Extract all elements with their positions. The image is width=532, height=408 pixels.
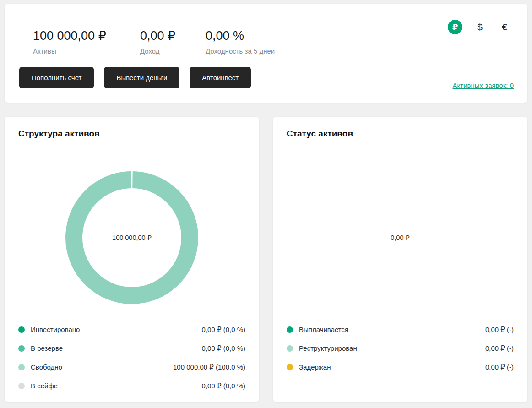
active-requests-link[interactable]: Активных заявок: 0: [453, 82, 514, 89]
asset-structure-title: Структура активов: [18, 129, 245, 139]
legend-item-free[interactable]: Свободно 100 000,00 ₽ (100,0 %): [18, 358, 245, 376]
asset-status-chart-area: 0,00 ₽: [273, 150, 527, 320]
actions-row: Пополнить счет Вывести деньги Автоинвест: [19, 67, 251, 88]
stat-assets: 100 000,00 ₽ Активы: [33, 28, 106, 55]
legend-dot-paying: [287, 326, 293, 333]
legend-item-restructured[interactable]: Реструктурирован 0,00 ₽ (-): [287, 339, 514, 358]
assets-label: Активы: [33, 47, 106, 55]
legend-label: Выплачивается: [299, 326, 348, 333]
yield-value: 0,00 %: [206, 28, 275, 43]
legend-value: 0,00 ₽ (0,0 %): [202, 344, 245, 353]
legend-label: В резерве: [31, 344, 63, 352]
asset-status-legend: Выплачивается 0,00 ₽ (-) Реструктурирова…: [287, 320, 514, 376]
asset-structure-header: Структура активов: [5, 117, 259, 150]
legend-dot-free: [18, 364, 25, 370]
autoinvest-button[interactable]: Автоинвест: [190, 67, 251, 88]
asset-structure-legend: Инвестировано 0,00 ₽ (0,0 %) В резерве 0…: [18, 320, 245, 395]
income-label: Доход: [140, 47, 175, 55]
legend-dot-reserve: [18, 345, 25, 352]
portfolio-dashboard: 100 000,00 ₽ Активы 0,00 ₽ Доход 0,00 % …: [0, 0, 532, 408]
currency-switcher: ₽ $ €: [448, 20, 512, 34]
summary-card: 100 000,00 ₽ Активы 0,00 ₽ Доход 0,00 % …: [5, 4, 527, 103]
deposit-button[interactable]: Пополнить счет: [19, 67, 94, 88]
currency-eur-icon[interactable]: €: [497, 20, 512, 34]
asset-structure-card: Структура активов 100 000,00 ₽ Инвестиро…: [5, 117, 259, 402]
legend-dot-invested: [18, 326, 25, 333]
legend-value: 0,00 ₽ (-): [485, 363, 514, 371]
legend-item-paying[interactable]: Выплачивается 0,00 ₽ (-): [287, 320, 514, 339]
legend-value: 100 000,00 ₽ (100,0 %): [173, 363, 245, 371]
legend-value: 0,00 ₽ (0,0 %): [202, 326, 245, 334]
legend-item-safe[interactable]: В сейфе 0,00 ₽ (0,0 %): [18, 376, 245, 395]
currency-usd-icon[interactable]: $: [472, 20, 487, 34]
donut-center-label: 100 000,00 ₽: [5, 234, 259, 241]
stat-income: 0,00 ₽ Доход: [140, 28, 175, 55]
legend-label: Реструктурирован: [299, 344, 357, 352]
status-center-label: 0,00 ₽: [273, 234, 527, 241]
legend-label: Инвестировано: [31, 326, 80, 333]
income-value: 0,00 ₽: [140, 28, 175, 43]
currency-rub-icon[interactable]: ₽: [448, 20, 462, 34]
legend-dot-safe: [18, 383, 25, 389]
legend-value: 0,00 ₽ (0,0 %): [202, 382, 245, 390]
legend-value: 0,00 ₽ (-): [485, 326, 514, 334]
stat-yield: 0,00 % Доходность за 5 дней: [206, 28, 275, 55]
legend-dot-restructured: [287, 345, 293, 352]
legend-dot-delayed: [287, 364, 293, 370]
yield-label: Доходность за 5 дней: [206, 47, 275, 55]
assets-value: 100 000,00 ₽: [33, 28, 106, 43]
legend-item-invested[interactable]: Инвестировано 0,00 ₽ (0,0 %): [18, 320, 245, 339]
withdraw-button[interactable]: Вывести деньги: [104, 67, 179, 88]
asset-status-header: Статус активов: [273, 117, 527, 150]
legend-label: В сейфе: [31, 382, 58, 390]
asset-status-card: Статус активов 0,00 ₽ Выплачивается 0,00…: [273, 117, 527, 402]
asset-status-title: Статус активов: [287, 129, 514, 139]
legend-value: 0,00 ₽ (-): [485, 344, 514, 353]
legend-item-delayed[interactable]: Задержан 0,00 ₽ (-): [287, 358, 514, 376]
legend-item-reserve[interactable]: В резерве 0,00 ₽ (0,0 %): [18, 339, 245, 358]
asset-structure-chart-area: 100 000,00 ₽: [5, 150, 259, 320]
legend-label: Задержан: [299, 363, 331, 371]
legend-label: Свободно: [31, 363, 62, 371]
